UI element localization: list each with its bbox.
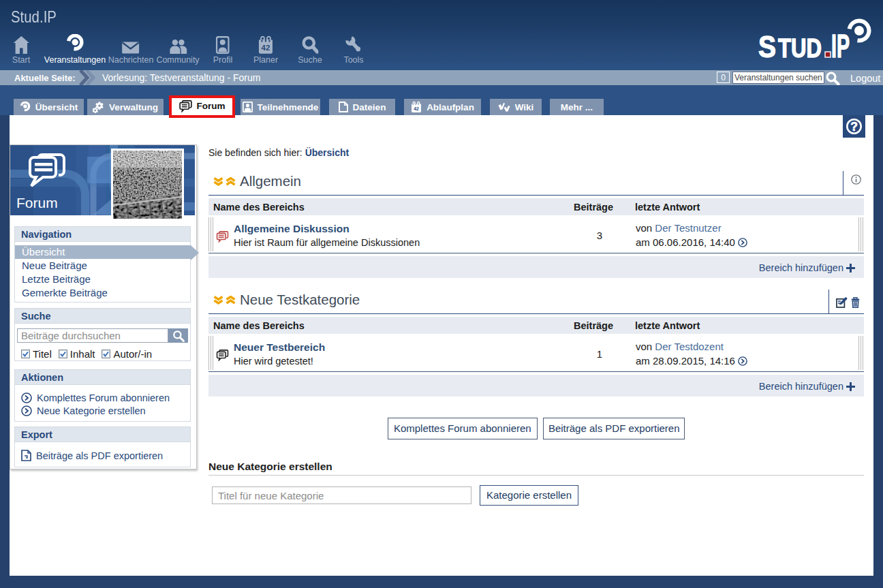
svg-text:TUD: TUD xyxy=(778,34,822,63)
svg-text:42: 42 xyxy=(414,106,419,111)
svg-text:42: 42 xyxy=(262,44,270,52)
svg-text:S: S xyxy=(758,29,776,64)
svg-text:IP: IP xyxy=(831,28,850,64)
svg-text:?: ? xyxy=(850,120,858,134)
